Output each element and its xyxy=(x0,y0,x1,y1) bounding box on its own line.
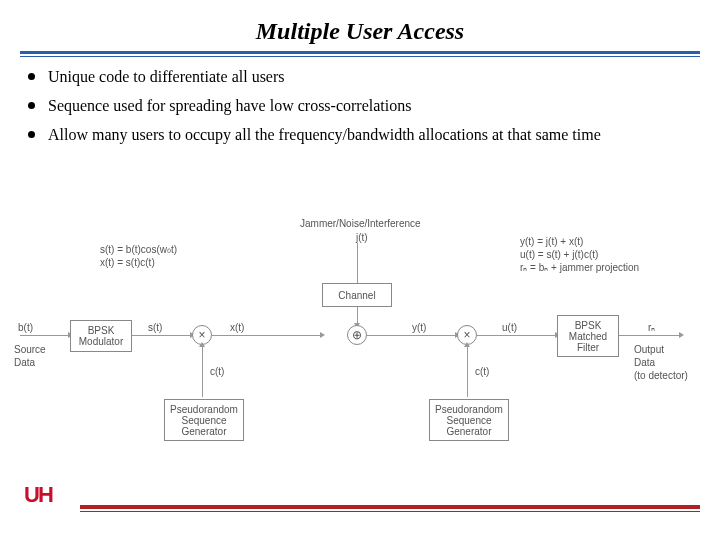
title-rule xyxy=(20,51,700,57)
eq-line: s(t) = b(t)cos(w₀t) xyxy=(100,243,177,256)
label-jammer: Jammer/Noise/Interference xyxy=(300,217,421,230)
eq-line: y(t) = j(t) + x(t) xyxy=(520,235,639,248)
wire xyxy=(202,347,203,397)
slide-title: Multiple User Access xyxy=(0,18,720,45)
wire xyxy=(20,335,68,336)
wire xyxy=(357,307,358,323)
label-rn: rₙ xyxy=(648,321,655,334)
label-xt: x(t) xyxy=(230,321,244,334)
eq-line: x(t) = s(t)c(t) xyxy=(100,256,177,269)
label-ct-left: c(t) xyxy=(210,365,224,378)
wire xyxy=(619,335,679,336)
box-channel: Channel xyxy=(322,283,392,307)
bullet-item: Unique code to differentiate all users xyxy=(28,67,692,88)
wire xyxy=(357,243,358,283)
wire xyxy=(477,335,555,336)
wire xyxy=(132,335,190,336)
bullet-item: Sequence used for spreading have low cro… xyxy=(28,96,692,117)
box-psg-right: Pseudorandom Sequence Generator xyxy=(429,399,509,441)
bullet-item: Allow many users to occupy all the frequ… xyxy=(28,125,692,146)
label-ct-right: c(t) xyxy=(475,365,489,378)
box-psg-left: Pseudorandom Sequence Generator xyxy=(164,399,244,441)
footer-rule xyxy=(80,505,700,512)
label-bt: b(t) xyxy=(18,321,33,334)
box-bpsk-mf: BPSK Matched Filter xyxy=(557,315,619,357)
block-diagram: Jammer/Noise/Interference j(t) s(t) = b(… xyxy=(20,225,700,485)
adder-icon: ⊕ xyxy=(347,325,367,345)
label-source: Source Data xyxy=(14,343,46,369)
eq-right: y(t) = j(t) + x(t) u(t) = s(t) + j(t)c(t… xyxy=(520,235,639,274)
eq-line: rₙ = bₙ + jammer projection xyxy=(520,261,639,274)
box-bpsk-mod: BPSK Modulator xyxy=(70,320,132,352)
eq-line: u(t) = s(t) + j(t)c(t) xyxy=(520,248,639,261)
eq-left: s(t) = b(t)cos(w₀t) x(t) = s(t)c(t) xyxy=(100,243,177,269)
label-output: Output Data (to detector) xyxy=(634,343,688,382)
wire xyxy=(467,347,468,397)
wire xyxy=(212,335,320,336)
wire xyxy=(367,335,455,336)
label-yt: y(t) xyxy=(412,321,426,334)
label-st: s(t) xyxy=(148,321,162,334)
bullet-list: Unique code to differentiate all users S… xyxy=(28,67,692,145)
uh-logo: UH xyxy=(24,486,68,526)
label-ut: u(t) xyxy=(502,321,517,334)
